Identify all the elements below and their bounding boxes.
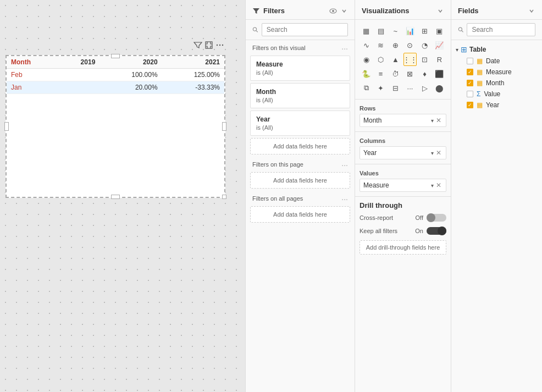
filter-section-more-2[interactable]: ··· — [341, 195, 348, 203]
tree-chevron: ▾ — [456, 47, 458, 53]
fields-search-input[interactable] — [467, 23, 535, 36]
fields-header: Fields — [451, 0, 542, 20]
combo-chart-icon[interactable]: 📈 — [433, 38, 446, 52]
tree-item-value[interactable]: Σ Value — [451, 89, 542, 100]
expand-icon[interactable] — [204, 41, 213, 49]
table-icon[interactable]: ⊠ — [403, 67, 417, 80]
values-clear-btn[interactable]: ✕ — [435, 181, 443, 189]
tree-checkbox-month[interactable]: ✓ — [467, 80, 473, 86]
svg-point-1 — [217, 45, 218, 46]
add-drill-btn[interactable]: Add drill-through fields here — [360, 240, 446, 255]
tree-item-label: Year — [486, 101, 499, 109]
pie-chart-icon[interactable]: ⊕ — [389, 38, 402, 52]
ribbon-chart-icon[interactable]: ∿ — [360, 38, 373, 52]
rows-label: Rows — [360, 102, 446, 114]
smart-narrative-icon[interactable]: ⧉ — [360, 81, 373, 95]
values-dropdown[interactable]: Measure ▾ ✕ — [360, 179, 446, 192]
play-icon[interactable]: ▷ — [418, 81, 432, 95]
search-icon — [252, 26, 258, 33]
rows-dropdown[interactable]: Month ▾ ✕ — [360, 114, 446, 127]
fields-chevron-icon[interactable] — [528, 7, 535, 15]
tree-item-label: Value — [484, 90, 500, 98]
col-2019: 2019 — [58, 56, 99, 69]
fields-title: Fields — [458, 7, 479, 15]
qa-icon[interactable]: ⬛ — [433, 67, 446, 80]
col-month: Month — [7, 56, 58, 69]
waterfall-icon[interactable]: ≋ — [374, 38, 388, 52]
tree-item-measure[interactable]: ✓ ▦ Measure — [451, 67, 542, 78]
tree-item-date[interactable]: ▦ Date — [451, 56, 542, 67]
filter-card-0-2[interactable]: Year is (All) — [250, 111, 350, 136]
filters-header: Filters — [246, 0, 355, 20]
column-chart-icon[interactable]: 📊 — [403, 24, 417, 37]
resize-bottom[interactable] — [111, 195, 120, 199]
filter-card-value: is (All) — [256, 124, 344, 131]
resize-top[interactable] — [111, 54, 120, 58]
fields-search-icon — [458, 26, 463, 33]
area-chart-icon[interactable]: ▣ — [433, 24, 446, 37]
keep-filters-toggle[interactable]: On — [415, 227, 446, 235]
columns-clear-btn[interactable]: ✕ — [435, 149, 443, 157]
add-fields-btn-2[interactable]: Add data fields here — [250, 206, 350, 223]
filter-section-more-0[interactable]: ··· — [341, 45, 348, 52]
viz-chevron-icon[interactable] — [436, 7, 444, 15]
filter-card-title: Month — [256, 88, 344, 96]
gauge-icon[interactable]: ◔ — [418, 38, 432, 52]
r-visual-icon[interactable]: R — [433, 53, 446, 66]
decomp-icon[interactable]: ♦ — [418, 67, 432, 80]
columns-dropdown[interactable]: Year ▾ ✕ — [360, 146, 446, 159]
values-label: Values — [360, 167, 446, 179]
add-fields-btn-0[interactable]: Add data fields here — [250, 138, 350, 154]
resize-left[interactable] — [4, 122, 9, 131]
resize-corner[interactable] — [222, 195, 226, 199]
circle-icon[interactable]: ⬤ — [433, 81, 446, 95]
more-visuals-icon[interactable]: ⊟ — [389, 81, 402, 95]
filter-card-0-1[interactable]: Month is (All) — [250, 83, 350, 108]
filters-chevron-icon[interactable] — [340, 7, 348, 15]
shape-map-icon[interactable]: ⬡ — [374, 53, 388, 66]
filter-card-title: Year — [256, 115, 344, 123]
tree-checkbox-measure[interactable]: ✓ — [467, 69, 473, 75]
card-icon[interactable]: ⊡ — [418, 53, 432, 66]
tree-checkbox-value[interactable] — [467, 91, 473, 97]
python-icon[interactable]: 🐍 — [360, 67, 373, 80]
filter-icon[interactable] — [193, 41, 202, 49]
cross-report-toggle[interactable]: Off — [416, 214, 446, 222]
table-row[interactable]: Jan 20.00% -33.33% — [7, 81, 224, 94]
rows-clear-btn[interactable]: ✕ — [435, 117, 443, 124]
tree-item-year[interactable]: ✓ ▦ Year — [451, 100, 542, 111]
scatter-chart-icon[interactable]: ⊞ — [418, 24, 432, 37]
fields-tree: ▾ ⊞ Table ▦ Date ✓ ▦ Measure ✓ ▦ Month Σ… — [451, 40, 542, 114]
tree-group-header-table[interactable]: ▾ ⊞ Table — [451, 43, 542, 56]
add-fields-btn-1[interactable]: Add data fields here — [250, 172, 350, 189]
svg-rect-0 — [206, 42, 212, 48]
visual-widget[interactable]: Month 2019 2020 2021 Feb 100.00% 125.00%… — [5, 55, 225, 198]
cell-month: Feb — [7, 69, 58, 81]
ellipsis-icon[interactable]: ··· — [403, 81, 417, 95]
more-icon[interactable] — [215, 41, 224, 49]
paginated-icon[interactable]: ✦ — [374, 81, 388, 95]
filter-card-0-0[interactable]: Measure is (All) — [250, 56, 350, 81]
donut-chart-icon[interactable]: ⊙ — [403, 38, 417, 52]
kpi-icon[interactable]: ≡ — [374, 67, 388, 80]
filters-search-box — [246, 20, 355, 40]
slicer-icon[interactable]: ⏱ — [389, 67, 402, 80]
values-value: Measure — [363, 181, 389, 189]
tree-checkbox-date[interactable] — [467, 58, 473, 64]
tree-item-month[interactable]: ✓ ▦ Month — [451, 78, 542, 89]
filter-section-more-1[interactable]: ··· — [341, 161, 348, 169]
stacked-bar-chart-icon[interactable]: ▦ — [360, 24, 373, 37]
funnel-icon[interactable]: ▲ — [389, 53, 402, 66]
clustered-bar-chart-icon[interactable]: ▤ — [374, 24, 388, 37]
table-row[interactable]: Feb 100.00% 125.00% — [7, 69, 224, 81]
tree-checkbox-year[interactable]: ✓ — [467, 102, 473, 108]
filters-eye-icon[interactable] — [329, 7, 337, 15]
filled-map-icon[interactable]: ◉ — [360, 53, 373, 66]
filters-search-input[interactable] — [262, 23, 348, 36]
resize-right[interactable] — [222, 122, 226, 131]
matrix-icon[interactable]: ⋮⋮ — [403, 53, 417, 66]
field-icon: ▦ — [477, 57, 483, 65]
values-chevron: ▾ — [431, 183, 434, 189]
line-chart-icon[interactable]: ~ — [389, 24, 402, 37]
keep-filters-track — [427, 227, 446, 235]
